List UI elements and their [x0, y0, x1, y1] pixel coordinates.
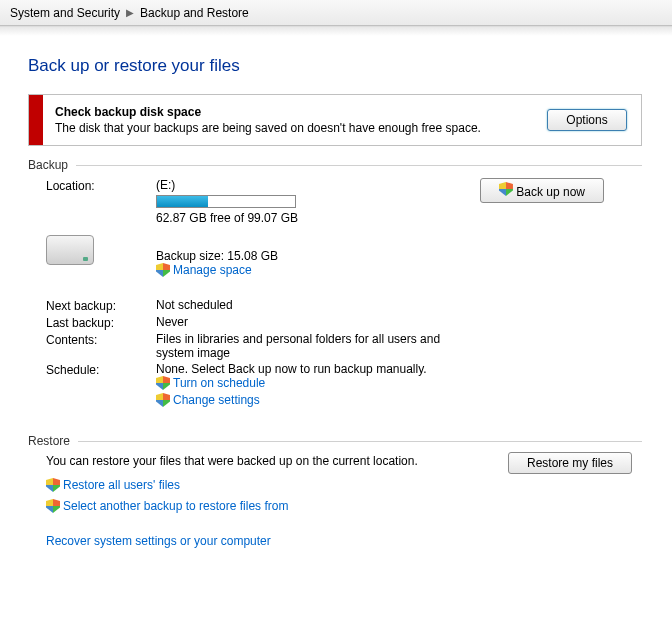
alert-message: The disk that your backups are being sav…	[55, 121, 535, 135]
restore-section-header: Restore	[28, 434, 642, 448]
back-up-now-label: Back up now	[516, 185, 585, 199]
shield-icon	[46, 499, 60, 513]
shield-icon	[156, 393, 170, 407]
last-backup-label: Last backup:	[46, 315, 156, 330]
alert-title: Check backup disk space	[55, 105, 535, 119]
alert-severity-bar	[29, 95, 43, 145]
backup-section-label: Backup	[28, 158, 68, 172]
breadcrumb-item-system-security[interactable]: System and Security	[10, 6, 120, 20]
drive-icon	[46, 235, 94, 265]
toolbar-divider	[0, 26, 672, 36]
next-backup-value: Not scheduled	[156, 298, 476, 312]
backup-size-text: Backup size: 15.08 GB	[156, 249, 476, 263]
breadcrumb-item-backup-restore[interactable]: Backup and Restore	[140, 6, 249, 20]
contents-value: Files in libraries and personal folders …	[156, 332, 476, 360]
restore-all-users-link[interactable]: Restore all users' files	[46, 478, 180, 492]
restore-all-users-label: Restore all users' files	[63, 478, 180, 492]
location-value: (E:)	[156, 178, 476, 192]
page-title: Back up or restore your files	[28, 56, 642, 76]
options-button[interactable]: Options	[547, 109, 627, 131]
manage-space-label: Manage space	[173, 263, 252, 277]
manage-space-link[interactable]: Manage space	[156, 263, 252, 277]
restore-my-files-button[interactable]: Restore my files	[508, 452, 632, 474]
restore-intro-text: You can restore your files that were bac…	[28, 454, 418, 468]
turn-on-schedule-label: Turn on schedule	[173, 376, 265, 390]
back-up-now-button[interactable]: Back up now	[480, 178, 604, 203]
next-backup-label: Next backup:	[46, 298, 156, 313]
contents-label: Contents:	[46, 332, 156, 347]
backup-section-header: Backup	[28, 158, 642, 172]
chevron-right-icon: ▶	[126, 7, 134, 18]
turn-on-schedule-link[interactable]: Turn on schedule	[156, 376, 265, 390]
restore-section-label: Restore	[28, 434, 70, 448]
alert-box: Check backup disk space The disk that yo…	[28, 94, 642, 146]
schedule-value: None. Select Back up now to run backup m…	[156, 362, 476, 376]
recover-system-link[interactable]: Recover system settings or your computer	[46, 534, 271, 548]
schedule-label: Schedule:	[46, 362, 156, 377]
shield-icon	[499, 182, 513, 196]
select-another-backup-label: Select another backup to restore files f…	[63, 499, 288, 513]
location-label: Location:	[46, 178, 156, 193]
last-backup-value: Never	[156, 315, 476, 329]
disk-usage-bar	[156, 195, 296, 208]
select-another-backup-link[interactable]: Select another backup to restore files f…	[46, 499, 288, 513]
change-settings-label: Change settings	[173, 393, 260, 407]
change-settings-link[interactable]: Change settings	[156, 393, 260, 407]
free-space-text: 62.87 GB free of 99.07 GB	[156, 211, 476, 225]
shield-icon	[156, 263, 170, 277]
shield-icon	[156, 376, 170, 390]
shield-icon	[46, 478, 60, 492]
breadcrumb: System and Security ▶ Backup and Restore	[0, 0, 672, 26]
